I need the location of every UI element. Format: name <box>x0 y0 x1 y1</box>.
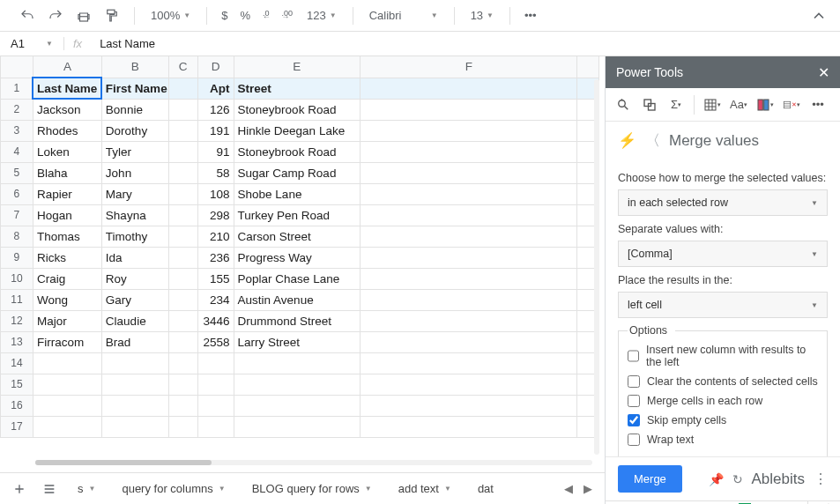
separator-select[interactable]: [Comma]▼ <box>618 241 828 267</box>
row-header-13[interactable]: 13 <box>1 331 33 352</box>
collapse-toolbar-button[interactable] <box>807 5 831 26</box>
print-button[interactable] <box>72 6 95 26</box>
cell-A6[interactable]: Rapier <box>33 183 101 204</box>
font-size-dropdown[interactable]: 13▼ <box>465 9 499 22</box>
format-percent-button[interactable]: % <box>236 7 254 24</box>
opt-skip-empty[interactable]: Skip empty cells <box>628 414 818 426</box>
cell-B16[interactable] <box>101 395 168 416</box>
row-header-15[interactable]: 15 <box>1 374 33 395</box>
cell-B3[interactable]: Dorothy <box>101 120 168 141</box>
cell-F16[interactable] <box>361 395 577 416</box>
row-header-6[interactable]: 6 <box>1 183 33 204</box>
cell-D4[interactable]: 91 <box>197 141 234 162</box>
cell-F5[interactable] <box>361 162 577 183</box>
cell-A9[interactable]: Ricks <box>33 247 101 268</box>
tab-scroll-right-button[interactable]: ▶ <box>584 482 592 495</box>
decrease-decimal-button[interactable]: .0← <box>259 6 273 26</box>
cell-D10[interactable]: 155 <box>197 268 234 289</box>
cell-A8[interactable]: Thomas <box>33 226 101 247</box>
cell-D6[interactable]: 108 <box>197 183 234 204</box>
cell-A17[interactable] <box>33 416 101 437</box>
row-header-17[interactable]: 17 <box>1 416 33 437</box>
cell-F1[interactable] <box>361 78 577 99</box>
redo-button[interactable] <box>44 6 67 26</box>
row-header-10[interactable]: 10 <box>1 268 33 289</box>
sheet-tab-4[interactable]: dat <box>467 476 502 502</box>
cell-F11[interactable] <box>361 289 577 310</box>
row-header-16[interactable]: 16 <box>1 395 33 416</box>
cell-D9[interactable]: 236 <box>197 247 234 268</box>
col-header-F[interactable]: F <box>361 56 577 78</box>
cell-D11[interactable]: 234 <box>197 289 234 310</box>
select-all-corner[interactable] <box>1 56 33 78</box>
cell-C4[interactable] <box>168 141 197 162</box>
row-header-14[interactable]: 14 <box>1 352 33 374</box>
cell-C8[interactable] <box>168 226 197 247</box>
cell-C15[interactable] <box>168 374 197 395</box>
row-header-1[interactable]: 1 <box>1 78 33 99</box>
cell-F9[interactable] <box>361 247 577 268</box>
cell-C3[interactable] <box>168 120 197 141</box>
cell-E16[interactable] <box>234 395 361 416</box>
cell-B2[interactable]: Bonnie <box>101 99 168 120</box>
cell-C6[interactable] <box>168 183 197 204</box>
name-box[interactable]: A1 ▼ <box>5 34 58 54</box>
tool-grid-icon[interactable]: ▾ <box>703 96 721 114</box>
breadcrumb-back-icon[interactable]: 〈 <box>645 130 660 151</box>
cell-C14[interactable] <box>168 352 197 374</box>
cell-F8[interactable] <box>361 226 577 247</box>
cell-F12[interactable] <box>361 310 577 331</box>
cell-E17[interactable] <box>234 416 361 437</box>
cell-D8[interactable]: 210 <box>197 226 234 247</box>
cell-C2[interactable] <box>168 99 197 120</box>
sheet-tab-3[interactable]: add text▼ <box>388 476 462 502</box>
cell-C12[interactable] <box>168 310 197 331</box>
cell-B10[interactable]: Roy <box>101 268 168 289</box>
cell-B4[interactable]: Tyler <box>101 141 168 162</box>
cell-A11[interactable]: Wong <box>33 289 101 310</box>
opt-wrap-text[interactable]: Wrap text <box>628 434 818 446</box>
more-toolbar-button[interactable]: ••• <box>521 7 540 24</box>
row-header-12[interactable]: 12 <box>1 310 33 331</box>
row-header-4[interactable]: 4 <box>1 141 33 162</box>
cell-C7[interactable] <box>168 204 197 226</box>
cell-A4[interactable]: Loken <box>33 141 101 162</box>
cell-B9[interactable]: Ida <box>101 247 168 268</box>
cell-D14[interactable] <box>197 352 234 374</box>
col-header-C[interactable]: C <box>168 56 197 78</box>
cell-B12[interactable]: Claudie <box>101 310 168 331</box>
row-header-3[interactable]: 3 <box>1 120 33 141</box>
cell-E10[interactable]: Poplar Chase Lane <box>234 268 361 289</box>
cell-A7[interactable]: Hogan <box>33 204 101 226</box>
row-header-2[interactable]: 2 <box>1 99 33 120</box>
merge-button[interactable]: Merge <box>618 465 682 493</box>
cell-A2[interactable]: Jackson <box>33 99 101 120</box>
brand-menu-icon[interactable]: ⋮ <box>814 471 828 487</box>
add-sheet-button[interactable] <box>7 477 32 501</box>
cell-A15[interactable] <box>33 374 101 395</box>
tool-split-icon[interactable]: ▾ <box>756 96 774 114</box>
cell-B8[interactable]: Timothy <box>101 226 168 247</box>
horizontal-scrollbar[interactable] <box>35 460 592 469</box>
number-format-dropdown[interactable]: 123▼ <box>301 9 342 22</box>
cell-E11[interactable]: Austin Avenue <box>234 289 361 310</box>
cell-E5[interactable]: Sugar Camp Road <box>234 162 361 183</box>
cell-F15[interactable] <box>361 374 577 395</box>
cell-D7[interactable]: 298 <box>197 204 234 226</box>
cell-A16[interactable] <box>33 395 101 416</box>
format-currency-button[interactable]: $ <box>218 7 231 24</box>
row-header-9[interactable]: 9 <box>1 247 33 268</box>
cell-B11[interactable]: Gary <box>101 289 168 310</box>
cell-D15[interactable] <box>197 374 234 395</box>
place-result-select[interactable]: left cell▼ <box>618 292 828 318</box>
cell-D17[interactable] <box>197 416 234 437</box>
cell-F13[interactable] <box>361 331 577 352</box>
cell-E6[interactable]: Shobe Lane <box>234 183 361 204</box>
tool-dedupe-icon[interactable] <box>641 96 658 114</box>
cell-E13[interactable]: Larry Street <box>234 331 361 352</box>
cell-D2[interactable]: 126 <box>197 99 234 120</box>
spreadsheet-grid[interactable]: A B C D E F 1Last NameFirst NameAptStree… <box>0 56 605 472</box>
cell-B15[interactable] <box>101 374 168 395</box>
cell-E9[interactable]: Progress Way <box>234 247 361 268</box>
cell-B6[interactable]: Mary <box>101 183 168 204</box>
